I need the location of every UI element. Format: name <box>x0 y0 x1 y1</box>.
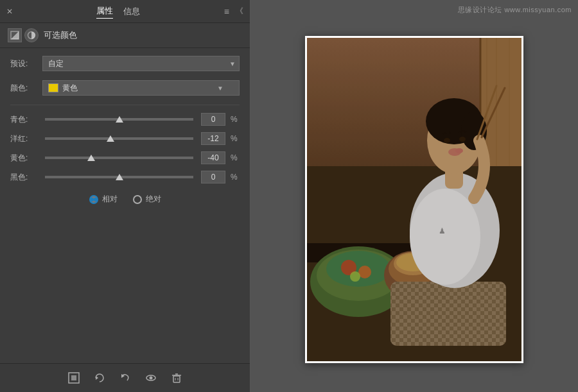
magenta-slider-section: 洋红: % <box>10 132 240 145</box>
visibility-button[interactable] <box>143 370 159 386</box>
black-slider[interactable] <box>45 176 193 178</box>
radio-relative-btn[interactable] <box>89 195 98 204</box>
preset-select[interactable]: 自定 <box>42 56 240 71</box>
cycle-button[interactable] <box>92 370 107 386</box>
close-button[interactable]: ✕ <box>6 7 13 16</box>
black-row: 黑色: % <box>10 171 240 183</box>
black-slider-section: 黑色: % <box>10 171 240 183</box>
adj-title: 可选颜色 <box>44 30 77 41</box>
panel-header-left: ✕ <box>6 7 13 16</box>
preset-row: 预设: 自定 ▼ <box>10 56 240 71</box>
black-percent: % <box>231 173 240 182</box>
cyan-slider-section: 青色: % <box>10 113 240 126</box>
svg-point-8 <box>149 377 152 380</box>
radio-row: 相对 绝对 <box>10 194 240 205</box>
magenta-slider[interactable] <box>45 137 193 140</box>
yellow-label: 黄色: <box>10 153 37 164</box>
adj-icons <box>8 28 39 42</box>
cyan-value-input[interactable] <box>201 113 225 126</box>
black-value-input[interactable] <box>201 171 225 183</box>
color-label: 颜色: <box>10 83 37 94</box>
yellow-track-wrapper <box>42 157 196 159</box>
photo-container: ♟ <box>250 0 578 392</box>
yellow-slider[interactable] <box>45 157 193 159</box>
magenta-value-input[interactable] <box>201 132 225 145</box>
panel-menu-icon[interactable]: ≡ <box>224 6 229 17</box>
mask-button[interactable] <box>66 370 82 386</box>
watermark: 思缘设计论坛 www.missyuan.com <box>458 5 572 15</box>
svg-rect-4 <box>71 375 76 380</box>
black-track-wrapper <box>42 176 196 178</box>
cyan-track-wrapper <box>42 118 196 121</box>
svg-rect-53 <box>307 38 523 363</box>
color-select-display[interactable]: 黄色 ▼ <box>42 80 240 96</box>
controls-area: 预设: 自定 ▼ 颜色: 黄色 ▼ 青色: <box>0 48 250 363</box>
color-row: 颜色: 黄色 ▼ <box>10 80 240 96</box>
radio-absolute-label: 绝对 <box>146 194 161 205</box>
yellow-row: 黄色: % <box>10 151 240 164</box>
svg-rect-9 <box>173 376 180 382</box>
svg-marker-1 <box>11 31 19 39</box>
panel-header: ✕ 属性 信息 ≡ 《 <box>0 0 250 23</box>
adj-layer-header: 可选颜色 <box>0 23 250 48</box>
color-value: 黄色 <box>62 83 78 94</box>
cyan-row: 青色: % <box>10 113 240 126</box>
tab-properties[interactable]: 属性 <box>96 4 113 19</box>
magenta-label: 洋红: <box>10 133 37 144</box>
tab-info[interactable]: 信息 <box>123 4 140 19</box>
adj-icon-circle[interactable] <box>24 28 39 42</box>
radio-absolute-btn[interactable] <box>133 195 142 204</box>
magenta-row: 洋红: % <box>10 132 240 145</box>
bottom-toolbar <box>0 363 250 392</box>
radio-absolute[interactable]: 绝对 <box>133 194 161 205</box>
properties-panel: ✕ 属性 信息 ≡ 《 可选颜色 <box>0 0 250 392</box>
color-select-wrapper: 黄色 ▼ <box>42 80 240 96</box>
magenta-percent: % <box>231 134 240 143</box>
color-dropdown-arrow: ▼ <box>217 85 223 92</box>
cyan-percent: % <box>231 115 240 124</box>
right-area: 思缘设计论坛 www.missyuan.com <box>250 0 578 392</box>
cyan-slider[interactable] <box>45 118 193 121</box>
magenta-track-wrapper <box>42 137 196 140</box>
cyan-label: 青色: <box>10 114 37 125</box>
radio-relative[interactable]: 相对 <box>89 194 118 205</box>
adj-icon-mask[interactable] <box>8 28 22 42</box>
collapse-button[interactable]: 《 <box>236 6 243 17</box>
preset-select-wrapper: 自定 ▼ <box>42 56 240 71</box>
black-label: 黑色: <box>10 172 37 183</box>
radio-relative-label: 相对 <box>102 194 118 205</box>
preset-label: 预设: <box>10 58 37 69</box>
undo-button[interactable] <box>118 370 133 386</box>
yellow-value-input[interactable] <box>201 151 225 164</box>
panel-tabs: 属性 信息 <box>96 4 140 19</box>
color-swatch <box>48 83 58 92</box>
photo-frame: ♟ <box>305 36 523 363</box>
delete-button[interactable] <box>169 370 184 386</box>
svg-marker-5 <box>96 376 98 380</box>
yellow-slider-section: 黄色: % <box>10 151 240 164</box>
yellow-percent: % <box>231 153 240 162</box>
divider-1 <box>10 105 240 105</box>
photo-svg: ♟ <box>307 38 523 363</box>
